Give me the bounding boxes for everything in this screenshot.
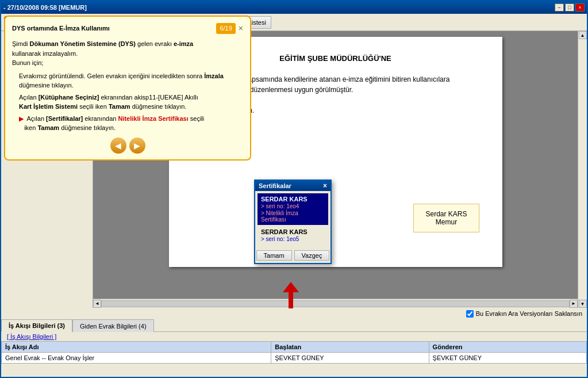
cert2-name: SERDAR KARS xyxy=(261,228,325,235)
tamam-button[interactable]: Tamam xyxy=(256,250,292,261)
vazgec-button[interactable]: Vazgeç xyxy=(294,250,330,261)
col-baslatan: Başlatan xyxy=(271,342,429,353)
cert-item-2[interactable]: SERDAR KARS > seri no: 1eo5 xyxy=(258,226,328,245)
window-title: - 27/10/2008 09:58 [MEMUR] xyxy=(3,4,87,11)
col-gonderen: Gönderen xyxy=(429,342,586,353)
tutorial-step2: Açılan [Kütüphane Seçiniz] ekranından ak… xyxy=(19,93,243,112)
tab-link-area: [ İş Akışı Bilgileri ] xyxy=(1,332,587,341)
tutorial-content: Şimdi Dökuman Yönetim Sistemine (DYS) ge… xyxy=(12,39,243,133)
signature-name: Serdar KARS xyxy=(425,210,467,218)
title-bar-left: - 27/10/2008 09:58 [MEMUR] xyxy=(3,4,87,11)
tab-giden-evrak[interactable]: Giden Evrak Bilgileri (4) xyxy=(72,319,154,332)
tutorial-header: DYS ortamında E-İmza Kullanımı 6/19 × xyxy=(12,22,243,35)
dialog-body: SERDAR KARS > seri no: 1eo4 > Nitelikli … xyxy=(255,191,330,248)
signature-title: Memur xyxy=(425,218,467,226)
dialog-buttons: Tamam Vazgeç xyxy=(255,248,330,263)
ara-versiyonlar-checkbox[interactable] xyxy=(466,310,474,318)
col-is-akisi: İş Akışı Adı xyxy=(2,342,271,353)
maximize-button[interactable]: □ xyxy=(565,3,574,12)
tab-link[interactable]: [ İş Akışı Bilgileri ] xyxy=(4,332,59,341)
dialog-title-text: Sertifikalar xyxy=(259,182,291,189)
cert2-sub1: > seri no: 1eo5 xyxy=(261,236,325,242)
cell-is-akisi-name: Genel Evrak -- Evrak Onay İşler xyxy=(2,353,271,364)
tutorial-close-button[interactable]: × xyxy=(239,22,243,35)
tab1-label: İş Akışı Bilgileri (3) xyxy=(9,322,65,329)
tutorial-bold2: e-imza xyxy=(174,40,193,47)
tutorial-prev-button[interactable]: ◀ xyxy=(110,138,126,154)
signature-box: Serdar KARS Memur xyxy=(413,204,479,232)
scroll-up-button[interactable]: ▲ xyxy=(579,31,587,39)
minimize-button[interactable]: − xyxy=(555,3,564,12)
main-window: - 27/10/2008 09:58 [MEMUR] − □ × DYS ort… xyxy=(0,0,588,378)
scroll-right-button[interactable]: ► xyxy=(570,300,578,308)
cert1-sub2: > Nitelikli İmza Sertifikası xyxy=(261,210,325,223)
cert1-name: SERDAR KARS xyxy=(261,196,325,203)
bottom-panel: Bu Evrakın Ara Versiyonları Saklansın İş… xyxy=(1,308,587,377)
cert-item-1[interactable]: SERDAR KARS > seri no: 1eo4 > Nitelikli … xyxy=(258,193,328,225)
horizontal-scrollbar: ◄ ► xyxy=(93,299,578,308)
dialog-title-bar: Sertifikalar × xyxy=(255,181,330,191)
checkbox-label: Bu Evrakın Ara Versiyonları Saklansın xyxy=(476,310,582,317)
tutorial-box: DYS ortamında E-İmza Kullanımı 6/19 × Şi… xyxy=(4,16,251,161)
tutorial-step1: Evrakımız görüntülendi. Gelen evrakın iç… xyxy=(19,71,243,90)
tutorial-next-button[interactable]: ▶ xyxy=(129,138,145,154)
cert1-sub1: > seri no: 1eo4 xyxy=(261,203,325,209)
tutorial-navigation: ◀ ▶ xyxy=(12,138,243,154)
tabs-bar: İş Akışı Bilgileri (3) Giden Evrak Bilgi… xyxy=(1,319,587,332)
table-header-row: İş Akışı Adı Başlatan Gönderen xyxy=(2,342,587,353)
cell-gonderen: ŞEVKET GÜNEY xyxy=(429,353,586,364)
scroll-down-button[interactable]: ▼ xyxy=(579,300,587,308)
right-scrollbar: ▲ ▼ xyxy=(578,31,587,308)
close-button[interactable]: × xyxy=(575,3,585,12)
tab2-label: Giden Evrak Bilgileri (4) xyxy=(80,323,147,330)
tab-is-akisi[interactable]: İş Akışı Bilgileri (3) xyxy=(1,319,72,332)
tutorial-step3: ▶ Açılan [Sertifikalar] ekranından Nitel… xyxy=(19,114,243,133)
sertifikalar-dialog: Sertifikalar × SERDAR KARS > seri no: 1e… xyxy=(254,180,332,264)
info-table: İş Akışı Adı Başlatan Gönderen Genel Evr… xyxy=(1,341,587,364)
tutorial-bold1: Dökuman Yönetim Sistemine (DYS) xyxy=(30,40,136,47)
checkbox-bar: Bu Evrakın Ara Versiyonları Saklansın xyxy=(1,308,587,319)
scroll-left-button[interactable]: ◄ xyxy=(93,300,101,308)
title-bar: - 27/10/2008 09:58 [MEMUR] − □ × xyxy=(1,1,587,14)
cell-baslatan: ŞEVKET GÜNEY xyxy=(271,353,429,364)
title-bar-buttons: − □ × xyxy=(555,3,585,12)
dialog-close-button[interactable]: × xyxy=(323,182,327,190)
table-row: Genel Evrak -- Evrak Onay İşler ŞEVKET G… xyxy=(2,353,587,364)
tutorial-page: 6/19 xyxy=(216,23,235,34)
tutorial-title: DYS ortamında E-İmza Kullanımı xyxy=(12,24,110,33)
